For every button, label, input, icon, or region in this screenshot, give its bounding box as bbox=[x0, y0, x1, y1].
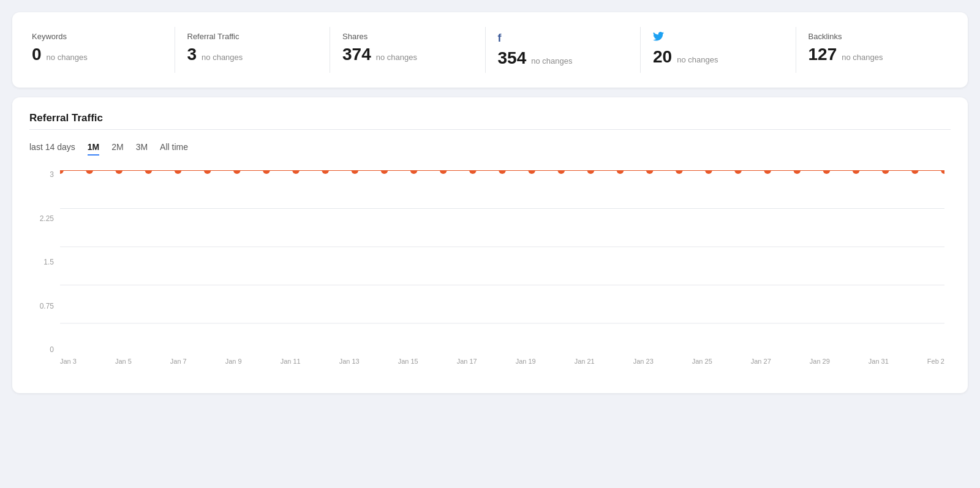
chart-dot bbox=[911, 170, 919, 174]
twitter-icon bbox=[653, 32, 664, 43]
chart-card: Referral Traffic last 14 days 1M 2M 3M A… bbox=[12, 97, 968, 393]
tab-1m[interactable]: 1M bbox=[88, 142, 99, 156]
chart-dot bbox=[410, 170, 418, 174]
keywords-change: no changes bbox=[47, 53, 88, 62]
referral-value-row: 3 no changes bbox=[187, 45, 318, 64]
chart-dot bbox=[617, 170, 624, 174]
chart-dot bbox=[941, 170, 944, 174]
chart-dot bbox=[381, 170, 388, 174]
chart-dot bbox=[115, 170, 123, 174]
y-label-15: 1.5 bbox=[29, 258, 60, 266]
x-label-jan17: Jan 17 bbox=[457, 358, 477, 365]
x-label-jan13: Jan 13 bbox=[339, 358, 360, 365]
chart-dot bbox=[322, 170, 329, 174]
backlinks-value: 127 bbox=[809, 45, 837, 64]
x-label-jan15: Jan 15 bbox=[398, 358, 418, 365]
stat-referral: Referral Traffic 3 no changes bbox=[175, 27, 331, 73]
y-label-225: 2.25 bbox=[29, 214, 60, 223]
twitter-label bbox=[653, 32, 783, 43]
shares-value: 374 bbox=[342, 45, 371, 64]
referral-label: Referral Traffic bbox=[187, 32, 318, 41]
chart-dot bbox=[499, 170, 506, 174]
twitter-value-row: 20 no changes bbox=[653, 47, 783, 67]
chart-dot bbox=[676, 170, 683, 174]
chart-dot bbox=[646, 170, 654, 174]
backlinks-value-row: 127 no changes bbox=[809, 45, 939, 64]
facebook-label: f bbox=[498, 32, 628, 45]
stat-shares: Shares 374 no changes bbox=[330, 27, 486, 73]
chart-dot bbox=[292, 170, 300, 174]
chart-divider bbox=[29, 129, 951, 130]
x-label-jan11: Jan 11 bbox=[281, 358, 301, 365]
y-axis: 0 0.75 1.5 2.25 3 bbox=[29, 170, 60, 354]
chart-title: Referral Traffic bbox=[29, 112, 951, 124]
x-label-jan19: Jan 19 bbox=[516, 358, 536, 365]
chart-dot bbox=[60, 170, 64, 174]
chart-dot bbox=[823, 170, 831, 174]
chart-area bbox=[60, 170, 944, 354]
shares-change: no changes bbox=[376, 53, 417, 62]
x-label-jan5: Jan 5 bbox=[115, 358, 132, 365]
keywords-label: Keywords bbox=[32, 32, 162, 41]
tab-alltime[interactable]: All time bbox=[160, 142, 188, 156]
chart-dot bbox=[351, 170, 358, 174]
chart-svg bbox=[60, 170, 944, 354]
stat-twitter: 20 no changes bbox=[641, 27, 796, 73]
x-label-jan21: Jan 21 bbox=[575, 358, 595, 365]
x-label-jan27: Jan 27 bbox=[751, 358, 771, 365]
referral-change: no changes bbox=[202, 53, 243, 62]
chart-dot bbox=[204, 170, 211, 174]
chart-dot bbox=[440, 170, 447, 174]
chart-dot bbox=[793, 170, 801, 174]
chart-dot bbox=[853, 170, 860, 174]
time-tabs: last 14 days 1M 2M 3M All time bbox=[29, 142, 951, 156]
shares-value-row: 374 no changes bbox=[342, 45, 473, 64]
keywords-value: 0 bbox=[32, 45, 42, 64]
twitter-change: no changes bbox=[677, 55, 718, 64]
facebook-change: no changes bbox=[531, 56, 572, 66]
chart-dot bbox=[557, 170, 565, 174]
x-label-jan9: Jan 9 bbox=[225, 358, 242, 365]
x-label-jan31: Jan 31 bbox=[869, 358, 889, 365]
chart-dot bbox=[263, 170, 270, 174]
tab-last14days[interactable]: last 14 days bbox=[29, 142, 75, 156]
twitter-value: 20 bbox=[653, 47, 672, 67]
stats-row: Keywords 0 no changes Referral Traffic 3… bbox=[29, 27, 951, 73]
chart-dot bbox=[734, 170, 742, 174]
facebook-value: 354 bbox=[498, 48, 527, 68]
backlinks-label: Backlinks bbox=[809, 32, 939, 41]
y-label-0: 0 bbox=[29, 345, 60, 354]
tab-3m[interactable]: 3M bbox=[136, 142, 148, 156]
chart-dot bbox=[705, 170, 712, 174]
chart-dot bbox=[528, 170, 535, 174]
facebook-icon: f bbox=[498, 32, 502, 45]
x-label-jan7: Jan 7 bbox=[170, 358, 187, 365]
backlinks-change: no changes bbox=[842, 53, 883, 62]
stat-backlinks: Backlinks 127 no changes bbox=[796, 27, 951, 73]
stat-keywords: Keywords 0 no changes bbox=[29, 27, 175, 73]
facebook-value-row: 354 no changes bbox=[498, 48, 628, 68]
keywords-value-row: 0 no changes bbox=[32, 45, 162, 64]
referral-value: 3 bbox=[187, 45, 197, 64]
y-label-3: 3 bbox=[29, 170, 60, 179]
y-label-075: 0.75 bbox=[29, 302, 60, 310]
x-axis: Jan 3 Jan 5 Jan 7 Jan 9 Jan 11 Jan 13 Ja… bbox=[60, 354, 944, 378]
chart-container: 0 0.75 1.5 2.25 3 Jan 3 bbox=[29, 170, 951, 378]
x-label-jan3: Jan 3 bbox=[60, 358, 77, 365]
chart-dot bbox=[882, 170, 889, 174]
x-label-jan25: Jan 25 bbox=[692, 358, 712, 365]
stats-card: Keywords 0 no changes Referral Traffic 3… bbox=[12, 12, 968, 88]
chart-dot bbox=[764, 170, 771, 174]
stat-facebook: f 354 no changes bbox=[486, 27, 641, 73]
chart-dot bbox=[233, 170, 241, 174]
shares-label: Shares bbox=[342, 32, 473, 41]
chart-dot bbox=[587, 170, 595, 174]
chart-dot bbox=[145, 170, 153, 174]
chart-dot bbox=[469, 170, 477, 174]
tab-2m[interactable]: 2M bbox=[111, 142, 123, 156]
chart-dot bbox=[86, 170, 93, 174]
x-label-jan29: Jan 29 bbox=[810, 358, 830, 365]
x-label-feb2: Feb 2 bbox=[927, 358, 944, 365]
x-label-jan23: Jan 23 bbox=[633, 358, 654, 365]
chart-dot bbox=[175, 170, 182, 174]
